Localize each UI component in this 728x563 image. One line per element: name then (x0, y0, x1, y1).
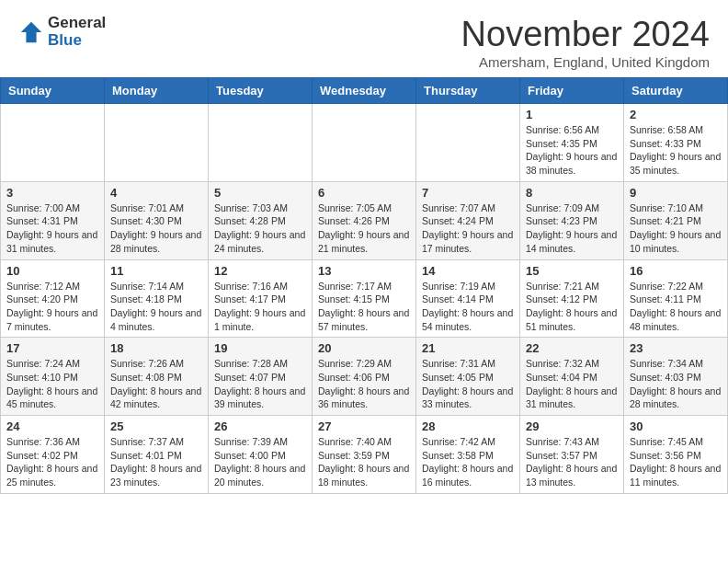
weekday-header-thursday: Thursday (416, 78, 520, 104)
weekday-header-monday: Monday (105, 78, 209, 104)
day-number: 28 (422, 419, 514, 433)
day-info: Sunrise: 7:29 AM Sunset: 4:06 PM Dayligh… (318, 357, 410, 411)
calendar-cell (1, 104, 105, 182)
day-number: 9 (630, 186, 722, 200)
day-number: 4 (110, 186, 202, 200)
day-info: Sunrise: 7:40 AM Sunset: 3:59 PM Dayligh… (318, 435, 410, 489)
calendar-cell (313, 104, 416, 182)
day-info: Sunrise: 7:39 AM Sunset: 4:00 PM Dayligh… (214, 435, 306, 489)
page-header: General Blue November 2024 Amersham, Eng… (0, 0, 728, 77)
day-info: Sunrise: 7:43 AM Sunset: 3:57 PM Dayligh… (526, 435, 618, 489)
calendar-cell (416, 104, 520, 182)
day-info: Sunrise: 7:34 AM Sunset: 4:03 PM Dayligh… (630, 357, 722, 411)
logo-general: General (48, 15, 106, 32)
day-number: 29 (526, 419, 618, 433)
calendar-cell: 16Sunrise: 7:22 AM Sunset: 4:11 PM Dayli… (624, 259, 728, 338)
calendar-cell: 15Sunrise: 7:21 AM Sunset: 4:12 PM Dayli… (520, 259, 624, 338)
day-number: 26 (214, 419, 306, 433)
day-info: Sunrise: 7:16 AM Sunset: 4:17 PM Dayligh… (214, 280, 306, 334)
calendar-week-4: 17Sunrise: 7:24 AM Sunset: 4:10 PM Dayli… (1, 338, 728, 416)
calendar-cell: 11Sunrise: 7:14 AM Sunset: 4:18 PM Dayli… (105, 259, 209, 338)
day-number: 5 (214, 186, 306, 200)
day-number: 25 (110, 419, 202, 433)
calendar-cell: 5Sunrise: 7:03 AM Sunset: 4:28 PM Daylig… (209, 181, 313, 259)
calendar-week-2: 3Sunrise: 7:00 AM Sunset: 4:31 PM Daylig… (1, 181, 728, 259)
calendar-cell: 26Sunrise: 7:39 AM Sunset: 4:00 PM Dayli… (209, 416, 313, 494)
day-info: Sunrise: 7:21 AM Sunset: 4:12 PM Dayligh… (526, 280, 618, 334)
day-number: 24 (6, 419, 98, 433)
calendar-cell: 3Sunrise: 7:00 AM Sunset: 4:31 PM Daylig… (1, 181, 105, 259)
day-info: Sunrise: 7:24 AM Sunset: 4:10 PM Dayligh… (6, 357, 98, 411)
day-number: 12 (214, 264, 306, 278)
calendar-cell: 1Sunrise: 6:56 AM Sunset: 4:35 PM Daylig… (520, 104, 624, 182)
calendar-week-5: 24Sunrise: 7:36 AM Sunset: 4:02 PM Dayli… (1, 416, 728, 494)
day-info: Sunrise: 7:28 AM Sunset: 4:07 PM Dayligh… (214, 357, 306, 411)
day-info: Sunrise: 7:10 AM Sunset: 4:21 PM Dayligh… (630, 201, 722, 256)
calendar-header-row: SundayMondayTuesdayWednesdayThursdayFrid… (1, 78, 728, 104)
calendar-cell: 25Sunrise: 7:37 AM Sunset: 4:01 PM Dayli… (105, 416, 209, 494)
calendar-cell: 2Sunrise: 6:58 AM Sunset: 4:33 PM Daylig… (624, 104, 728, 182)
day-number: 30 (630, 419, 722, 433)
month-title: November 2024 (461, 15, 710, 54)
calendar-cell: 30Sunrise: 7:45 AM Sunset: 3:56 PM Dayli… (624, 416, 728, 494)
day-number: 16 (630, 264, 722, 278)
calendar-cell: 9Sunrise: 7:10 AM Sunset: 4:21 PM Daylig… (624, 181, 728, 259)
calendar-cell: 28Sunrise: 7:42 AM Sunset: 3:58 PM Dayli… (416, 416, 520, 494)
day-number: 6 (318, 186, 410, 200)
calendar-cell: 7Sunrise: 7:07 AM Sunset: 4:24 PM Daylig… (416, 181, 520, 259)
calendar-cell (105, 104, 209, 182)
day-info: Sunrise: 7:19 AM Sunset: 4:14 PM Dayligh… (422, 280, 514, 334)
day-info: Sunrise: 6:56 AM Sunset: 4:35 PM Dayligh… (526, 123, 618, 178)
day-number: 19 (214, 341, 306, 355)
day-number: 20 (318, 341, 410, 355)
day-info: Sunrise: 7:12 AM Sunset: 4:20 PM Dayligh… (6, 280, 98, 334)
calendar-cell: 8Sunrise: 7:09 AM Sunset: 4:23 PM Daylig… (520, 181, 624, 259)
day-number: 23 (630, 341, 722, 355)
day-info: Sunrise: 7:22 AM Sunset: 4:11 PM Dayligh… (630, 280, 722, 334)
calendar-cell: 22Sunrise: 7:32 AM Sunset: 4:04 PM Dayli… (520, 338, 624, 416)
day-info: Sunrise: 7:07 AM Sunset: 4:24 PM Dayligh… (422, 201, 514, 256)
svg-marker-0 (21, 21, 41, 41)
calendar-week-3: 10Sunrise: 7:12 AM Sunset: 4:20 PM Dayli… (1, 259, 728, 338)
calendar-cell: 4Sunrise: 7:01 AM Sunset: 4:30 PM Daylig… (105, 181, 209, 259)
calendar-cell: 19Sunrise: 7:28 AM Sunset: 4:07 PM Dayli… (209, 338, 313, 416)
calendar-table: SundayMondayTuesdayWednesdayThursdayFrid… (0, 77, 728, 494)
day-info: Sunrise: 7:09 AM Sunset: 4:23 PM Dayligh… (526, 201, 618, 256)
calendar-cell (209, 104, 313, 182)
day-info: Sunrise: 7:17 AM Sunset: 4:15 PM Dayligh… (318, 280, 410, 334)
day-info: Sunrise: 7:26 AM Sunset: 4:08 PM Dayligh… (110, 357, 202, 411)
day-number: 2 (630, 108, 722, 121)
calendar-cell: 18Sunrise: 7:26 AM Sunset: 4:08 PM Dayli… (105, 338, 209, 416)
calendar-cell: 24Sunrise: 7:36 AM Sunset: 4:02 PM Dayli… (1, 416, 105, 494)
day-info: Sunrise: 7:31 AM Sunset: 4:05 PM Dayligh… (422, 357, 514, 411)
day-number: 3 (6, 186, 98, 200)
day-number: 27 (318, 419, 410, 433)
calendar-cell: 13Sunrise: 7:17 AM Sunset: 4:15 PM Dayli… (313, 259, 416, 338)
day-info: Sunrise: 7:36 AM Sunset: 4:02 PM Dayligh… (6, 435, 98, 489)
calendar-cell: 6Sunrise: 7:05 AM Sunset: 4:26 PM Daylig… (313, 181, 416, 259)
day-number: 22 (526, 341, 618, 355)
day-number: 11 (110, 264, 202, 278)
calendar-cell: 14Sunrise: 7:19 AM Sunset: 4:14 PM Dayli… (416, 259, 520, 338)
day-number: 17 (6, 341, 98, 355)
logo-blue: Blue (48, 32, 106, 50)
logo-icon (18, 19, 44, 45)
weekday-header-tuesday: Tuesday (209, 78, 313, 104)
day-number: 1 (526, 108, 618, 121)
day-info: Sunrise: 7:45 AM Sunset: 3:56 PM Dayligh… (630, 435, 722, 489)
day-info: Sunrise: 7:03 AM Sunset: 4:28 PM Dayligh… (214, 201, 306, 256)
day-number: 14 (422, 264, 514, 278)
day-number: 18 (110, 341, 202, 355)
day-number: 21 (422, 341, 514, 355)
calendar-week-1: 1Sunrise: 6:56 AM Sunset: 4:35 PM Daylig… (1, 104, 728, 182)
day-number: 8 (526, 186, 618, 200)
calendar-cell: 23Sunrise: 7:34 AM Sunset: 4:03 PM Dayli… (624, 338, 728, 416)
calendar-cell: 29Sunrise: 7:43 AM Sunset: 3:57 PM Dayli… (520, 416, 624, 494)
weekday-header-friday: Friday (520, 78, 624, 104)
calendar-cell: 12Sunrise: 7:16 AM Sunset: 4:17 PM Dayli… (209, 259, 313, 338)
location: Amersham, England, United Kingdom (461, 54, 710, 70)
calendar-cell: 17Sunrise: 7:24 AM Sunset: 4:10 PM Dayli… (1, 338, 105, 416)
day-number: 13 (318, 264, 410, 278)
day-number: 10 (6, 264, 98, 278)
day-info: Sunrise: 7:01 AM Sunset: 4:30 PM Dayligh… (110, 201, 202, 256)
